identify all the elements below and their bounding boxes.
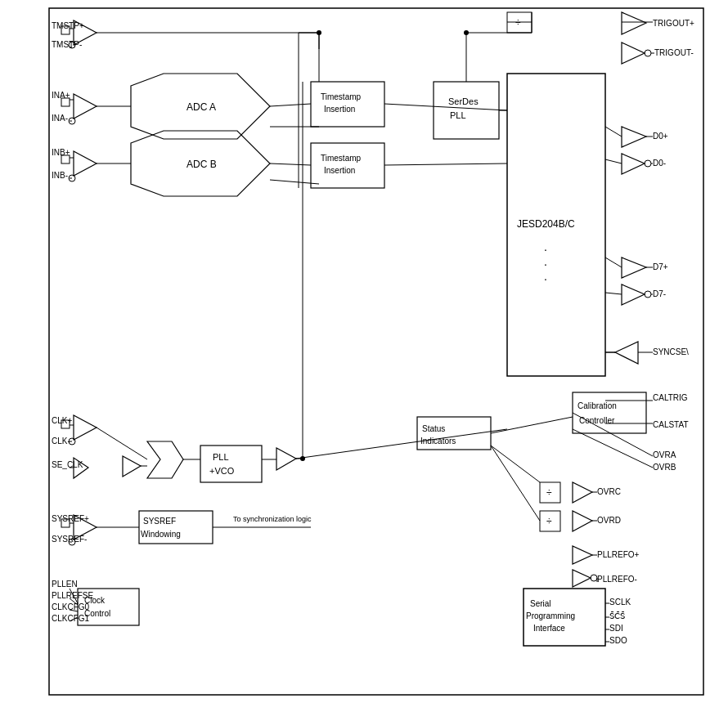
- dots-label3: ·: [544, 272, 547, 285]
- sysref-plus-label: SYSREF+: [52, 514, 89, 523]
- sysref-win-label2: Windowing: [141, 530, 181, 539]
- clk-minus-label: CLK-: [52, 437, 70, 446]
- calstat-label: CALSTAT: [653, 420, 689, 429]
- trigout-plus-label: TRIGOUT+: [653, 19, 694, 28]
- scs-label: S̄C̄S̄: [609, 611, 625, 620]
- svg-marker-38: [123, 456, 141, 477]
- status-label2: Indicators: [420, 437, 456, 446]
- svg-line-57: [270, 104, 311, 106]
- ina-minus-label: INA-: [52, 114, 68, 123]
- sdo-label: SDO: [609, 636, 627, 645]
- svg-marker-27: [622, 127, 646, 147]
- adc-a-label: ADC A: [186, 101, 216, 113]
- sysref-minus-label: SYSREF-: [52, 535, 87, 544]
- inb-minus-label: INB-: [52, 171, 68, 180]
- svg-line-115: [270, 180, 319, 184]
- pll-vco-label: PLL: [213, 452, 229, 462]
- svg-marker-46: [573, 511, 592, 531]
- svg-line-75: [605, 257, 622, 267]
- timestamp1-label2: Insertion: [324, 105, 355, 114]
- svg-rect-34: [573, 392, 646, 433]
- divide2-label: ÷: [546, 487, 552, 499]
- svg-rect-36: [200, 446, 262, 482]
- d7-minus-label: D7-: [653, 289, 666, 298]
- cal-ctrl-label: Calibration: [577, 401, 617, 410]
- svg-line-61: [270, 163, 311, 165]
- svg-line-63: [384, 163, 507, 165]
- tmstp-plus-label: TMSTP+: [52, 21, 84, 30]
- inb-plus-label: INB+: [52, 148, 70, 157]
- se-clk-label: SE_CLK: [52, 460, 83, 469]
- svg-marker-28: [622, 154, 645, 174]
- svg-line-76: [605, 293, 622, 294]
- svg-rect-21: [434, 82, 499, 139]
- svg-line-72: [605, 159, 622, 163]
- svg-point-121: [300, 456, 305, 461]
- ovrb-label: OVRB: [653, 463, 676, 472]
- pllrefo-plus-label: PLLREFO+: [597, 550, 640, 559]
- spi-label3: Interface: [533, 624, 565, 633]
- svg-line-99: [296, 429, 507, 459]
- svg-marker-39: [147, 441, 183, 478]
- trigout-minus-label: TRIGOUT-: [654, 48, 694, 57]
- svg-line-88: [491, 446, 540, 482]
- svg-marker-7: [74, 151, 97, 176]
- svg-marker-47: [573, 546, 592, 564]
- timestamp2-label: Timestamp: [321, 154, 362, 163]
- svg-line-62: [384, 104, 507, 110]
- jesd-label: JESD204B/C: [517, 218, 575, 230]
- pllrefo-minus-label: PLLREFO-: [597, 575, 637, 584]
- svg-marker-37: [276, 448, 296, 470]
- dots-label2: ·: [544, 257, 547, 271]
- d7-plus-label: D7+: [653, 262, 668, 271]
- status-label: Status: [422, 424, 445, 433]
- clkcfg1-label: CLKCFG1: [52, 614, 90, 623]
- serdes-pll-label: PLL: [450, 110, 466, 120]
- sdi-label: SDI: [609, 624, 623, 633]
- clk-plus-label: CLK+: [52, 416, 72, 425]
- svg-line-85: [491, 417, 573, 433]
- svg-marker-25: [622, 43, 645, 64]
- ovra-label: OVRA: [653, 450, 676, 459]
- svg-marker-48: [573, 570, 591, 587]
- sysref-win-label: SYSREF: [143, 517, 176, 526]
- ina-plus-label: INA+: [52, 91, 70, 100]
- svg-marker-24: [622, 12, 646, 34]
- ovrd-label: OVRD: [597, 516, 621, 525]
- svg-rect-40: [139, 511, 213, 544]
- diagram-container: ADC A ADC B Timestamp Insertion Timestam…: [0, 0, 728, 703]
- spi-label2: Programming: [526, 611, 575, 620]
- serdes-label: SerDes: [448, 96, 479, 106]
- svg-marker-4: [74, 94, 97, 119]
- svg-line-94: [97, 428, 147, 459]
- svg-marker-31: [622, 284, 645, 305]
- dots-label: ·: [544, 243, 547, 256]
- d0-plus-label: D0+: [653, 132, 668, 141]
- svg-marker-10: [74, 415, 97, 440]
- divide3-label: ÷: [546, 516, 552, 527]
- d0-minus-label: D0-: [653, 159, 666, 168]
- svg-marker-30: [622, 257, 646, 278]
- divide1-label: ÷: [515, 17, 521, 29]
- adc-b-label: ADC B: [186, 159, 217, 170]
- pllen-label: PLLEN: [52, 580, 78, 589]
- ovrc-label: OVRC: [597, 487, 621, 496]
- timestamp2-label2: Insertion: [324, 166, 355, 175]
- syncse-label: SYNCSE\: [653, 347, 689, 356]
- svg-line-71: [605, 127, 622, 137]
- sclk-label: SCLK: [609, 598, 631, 607]
- tmstp-minus-label: TMSTP-: [52, 40, 82, 49]
- svg-point-117: [464, 30, 469, 35]
- svg-marker-45: [573, 482, 592, 503]
- spi-label: Serial: [530, 599, 551, 608]
- to-sync-label: To synchronization logic: [233, 515, 312, 523]
- caltrig-label: CALTRIG: [653, 393, 688, 402]
- timestamp1-label: Timestamp: [321, 92, 362, 101]
- block-diagram: ADC A ADC B Timestamp Insertion Timestam…: [0, 0, 728, 703]
- svg-line-89: [491, 446, 540, 521]
- pllrefse-label: PLLREFSE: [52, 591, 93, 600]
- pll-vco-label2: +VCO: [209, 466, 235, 476]
- svg-marker-33: [615, 342, 638, 364]
